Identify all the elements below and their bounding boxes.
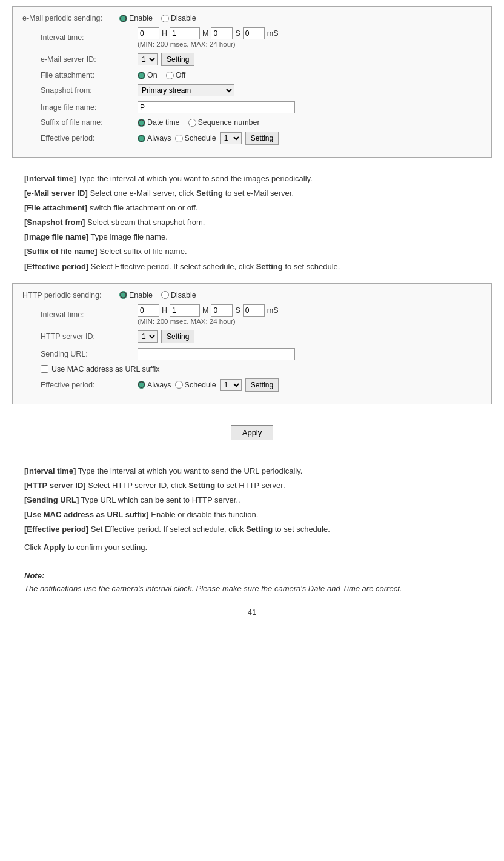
http-desc-effective-bold: Setting xyxy=(246,524,273,534)
http-effective-schedule-option[interactable]: Schedule xyxy=(175,381,216,389)
http-desc-apply-bold: Apply xyxy=(44,543,65,552)
page-number: 41 xyxy=(12,608,492,617)
email-effective-row: Effective period: Always Schedule 1 2 Se… xyxy=(41,132,482,145)
http-disable-radio[interactable] xyxy=(161,291,169,299)
http-ms-unit: mS xyxy=(267,306,279,315)
note-block: Note: The notifications use the camera's… xyxy=(12,564,492,601)
http-enable-option[interactable]: Enable xyxy=(119,291,153,300)
http-server-id-select[interactable]: 1 2 3 xyxy=(138,330,158,343)
http-enable-radio[interactable] xyxy=(119,291,127,299)
email-suffix-seq-radio[interactable] xyxy=(188,119,196,127)
http-desc-mac: [Use MAC address as URL suffix] Enable o… xyxy=(24,508,480,521)
email-periodic-section: e-Mail periodic sending: Enable Disable … xyxy=(12,6,492,158)
email-effective-setting-button[interactable]: Setting xyxy=(245,132,279,145)
email-effective-schedule-radio[interactable] xyxy=(175,135,183,142)
email-interval-s[interactable] xyxy=(211,27,233,39)
http-effective-controls: Always Schedule 1 2 Setting xyxy=(138,378,279,392)
email-effective-label: Effective period: xyxy=(41,134,138,142)
email-h-unit: H xyxy=(162,29,167,38)
email-image-name-label: Image file name: xyxy=(41,103,138,112)
http-enable-label: Enable xyxy=(129,291,153,300)
email-effective-schedule-option[interactable]: Schedule xyxy=(175,134,216,142)
http-desc-url-key: [Sending URL] xyxy=(24,495,79,504)
email-server-id-controls: 1 2 3 Setting xyxy=(138,53,194,66)
http-effective-always-radio[interactable] xyxy=(138,381,145,389)
http-setting-button[interactable]: Setting xyxy=(161,330,194,343)
email-effective-always-option[interactable]: Always xyxy=(138,134,171,142)
apply-button[interactable]: Apply xyxy=(231,425,274,440)
http-periodic-section: HTTP periodic sending: Enable Disable In… xyxy=(12,283,492,404)
apply-section: Apply xyxy=(12,413,492,458)
http-desc-server-val: Select HTTP server ID, click xyxy=(86,481,189,490)
email-suffix-group: Date time Sequence number xyxy=(138,118,260,127)
email-disable-option[interactable]: Disable xyxy=(161,14,196,22)
email-suffix-date-label: Date time xyxy=(147,118,180,127)
http-interval-row: Interval time: H M S mS (MIN: 200 msec. … xyxy=(41,304,482,325)
http-desc-url-val: Type URL which can be sent to HTTP serve… xyxy=(79,495,240,504)
http-sending-url-controls xyxy=(138,348,295,360)
email-desc-suffix-key: [Suffix of file name] xyxy=(24,247,98,256)
email-attach-on-option[interactable]: On xyxy=(138,71,158,79)
email-suffix-date-radio[interactable] xyxy=(138,119,145,127)
http-sending-url-input[interactable] xyxy=(138,348,295,360)
http-mac-checkbox[interactable] xyxy=(41,365,48,373)
email-desc-fileattach-key: [File attachment] xyxy=(24,203,87,212)
http-disable-option[interactable]: Disable xyxy=(161,291,196,300)
http-desc-mac-key: [Use MAC address as URL suffix] xyxy=(24,510,149,519)
email-interval-hint: (MIN: 200 msec. MAX: 24 hour) xyxy=(138,41,279,48)
http-server-id-row: HTTP server ID: 1 2 3 Setting xyxy=(41,330,482,343)
http-desc-interval-val: Type the interval at which you want to s… xyxy=(76,466,302,475)
email-server-id-row: e-Mail server ID: 1 2 3 Setting xyxy=(41,53,482,66)
email-desc-interval-key: [Interval time] xyxy=(24,174,76,183)
email-attach-on-radio[interactable] xyxy=(138,72,145,79)
email-snapshot-select[interactable]: Primary stream Secondary stream xyxy=(138,84,234,96)
http-sending-url-label: Sending URL: xyxy=(41,350,138,358)
http-desc-server-bold: Setting xyxy=(188,481,215,490)
email-disable-label: Disable xyxy=(171,14,196,22)
email-desc-server-key: [e-Mail server ID] xyxy=(24,189,88,198)
email-desc-imagename-val: Type image file name. xyxy=(88,232,168,241)
http-effective-setting-button[interactable]: Setting xyxy=(245,378,279,392)
email-server-id-select[interactable]: 1 2 3 xyxy=(138,53,158,65)
email-effective-num-select[interactable]: 1 2 xyxy=(220,132,242,144)
email-interval-m[interactable] xyxy=(170,27,200,39)
email-attach-off-option[interactable]: Off xyxy=(166,71,185,79)
http-interval-ms[interactable] xyxy=(243,304,265,317)
email-suffix-date-option[interactable]: Date time xyxy=(138,118,180,127)
email-effective-schedule-label: Schedule xyxy=(185,134,216,142)
http-m-unit: M xyxy=(202,306,208,315)
email-desc-interval-val: Type the interval at which you want to s… xyxy=(76,174,312,183)
email-snapshot-label: Snapshot from: xyxy=(41,86,138,95)
email-effective-always-radio[interactable] xyxy=(138,135,145,142)
http-mac-label: Use MAC address as URL suffix xyxy=(51,365,160,374)
email-suffix-seq-label: Sequence number xyxy=(198,118,260,127)
http-effective-schedule-radio[interactable] xyxy=(175,381,183,389)
email-desc-server-val: Select one e-Mail server, click xyxy=(88,189,196,198)
email-snapshot-controls: Primary stream Secondary stream xyxy=(138,84,234,96)
http-effective-always-option[interactable]: Always xyxy=(138,381,171,389)
email-s-unit: S xyxy=(235,29,240,38)
http-interval-s[interactable] xyxy=(211,304,233,317)
email-disable-radio[interactable] xyxy=(161,15,169,22)
http-interval-fields: H M S mS xyxy=(138,304,279,317)
email-suffix-seq-option[interactable]: Sequence number xyxy=(188,118,260,127)
email-file-attach-label: File attachment: xyxy=(41,71,138,79)
email-interval-row: Interval time: H M S mS (MIN: 200 msec. … xyxy=(41,27,482,48)
http-interval-h[interactable] xyxy=(138,304,159,317)
email-interval-ms[interactable] xyxy=(243,27,265,39)
email-image-name-input[interactable] xyxy=(138,101,295,113)
http-h-unit: H xyxy=(162,306,167,315)
http-mac-row[interactable]: Use MAC address as URL suffix xyxy=(41,365,482,374)
http-effective-always-label: Always xyxy=(147,381,171,389)
email-enable-option[interactable]: Enable xyxy=(119,14,153,22)
email-attach-off-radio[interactable] xyxy=(166,72,174,79)
email-desc-snapshot: [Snapshot from] Select stream that snaps… xyxy=(24,216,480,229)
http-enable-row: HTTP periodic sending: Enable Disable xyxy=(22,291,482,300)
email-interval-h[interactable] xyxy=(138,27,159,39)
email-desc-interval: [Interval time] Type the interval at whi… xyxy=(24,172,480,186)
email-desc-fileattach-val: switch file attachment on or off. xyxy=(87,203,198,212)
email-setting-button[interactable]: Setting xyxy=(161,53,194,66)
email-enable-radio[interactable] xyxy=(119,15,127,22)
http-effective-num-select[interactable]: 1 2 xyxy=(220,379,242,391)
http-interval-m[interactable] xyxy=(170,304,200,317)
